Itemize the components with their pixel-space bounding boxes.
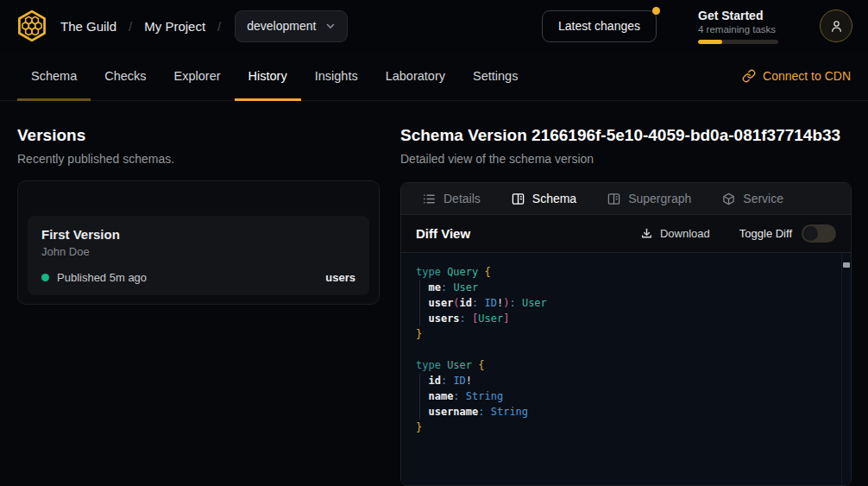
version-status: Published 5m ago <box>57 271 147 284</box>
nav-tab-schema[interactable]: Schema <box>17 52 91 100</box>
connect-to-cdn-label: Connect to CDN <box>763 69 851 83</box>
get-started-progress-bar <box>698 40 778 44</box>
chevron-down-icon <box>325 21 336 31</box>
connect-to-cdn-link[interactable]: Connect to CDN <box>742 69 851 83</box>
scrollbar-thumb[interactable] <box>843 262 850 268</box>
published-status-dot <box>41 274 49 281</box>
nav-tab-settings[interactable]: Settings <box>459 52 531 100</box>
tab-service-label: Service <box>743 192 783 205</box>
breadcrumb-separator: / <box>217 19 221 34</box>
environment-select[interactable]: development <box>235 10 348 42</box>
version-author: John Doe <box>41 245 355 258</box>
versions-title: Versions <box>17 126 380 145</box>
breadcrumb-separator: / <box>129 19 132 34</box>
version-list-item[interactable]: First Version John Doe Published 5m ago … <box>28 216 369 295</box>
breadcrumb-org[interactable]: The Guild <box>60 19 116 34</box>
tab-schema-label: Schema <box>532 192 576 205</box>
latest-changes-button[interactable]: Latest changes <box>542 10 657 42</box>
version-detail-card: Details Schema Supergraph <box>400 182 852 486</box>
download-icon <box>640 227 653 240</box>
main-content: Versions Recently published schemas. Fir… <box>0 101 868 486</box>
environment-select-value: development <box>247 19 316 33</box>
code-lines: type Query { me: User user(id: ID!): Use… <box>416 264 830 435</box>
download-button[interactable]: Download <box>640 227 710 240</box>
nav-tab-explorer[interactable]: Explorer <box>160 52 235 100</box>
diff-view-toolbar: Diff View Download Toggle Diff <box>401 215 851 252</box>
hive-logo-icon[interactable] <box>16 9 48 42</box>
notification-dot <box>652 7 660 15</box>
diff-view-title: Diff View <box>416 226 470 241</box>
toggle-diff-switch[interactable] <box>802 224 836 243</box>
versions-list-card: First Version John Doe Published 5m ago … <box>17 180 380 305</box>
service-badge: users <box>325 271 355 284</box>
version-name: First Version <box>41 227 355 242</box>
toggle-diff-label: Toggle Diff <box>739 227 792 240</box>
user-avatar[interactable] <box>820 9 852 42</box>
tab-supergraph-label: Supergraph <box>628 192 691 205</box>
tab-supergraph[interactable]: Supergraph <box>607 192 691 205</box>
person-icon <box>829 19 844 34</box>
get-started-progress-fill <box>698 40 722 44</box>
sdl-code-viewer[interactable]: type Query { me: User user(id: ID!): Use… <box>401 252 851 485</box>
columns-icon <box>512 193 525 205</box>
detail-tabstrip: Details Schema Supergraph <box>401 183 851 215</box>
breadcrumb-project[interactable]: My Project <box>144 19 205 34</box>
get-started-subtitle: 4 remaining tasks <box>698 24 778 35</box>
nav-tab-history[interactable]: History <box>235 52 301 100</box>
version-detail-panel: Schema Version 2166196f-5e10-4059-bd0a-0… <box>400 101 852 486</box>
version-detail-title: Schema Version 2166196f-5e10-4059-bd0a-0… <box>400 126 852 145</box>
get-started-widget[interactable]: Get Started 4 remaining tasks <box>698 9 778 44</box>
versions-panel: Versions Recently published schemas. Fir… <box>17 101 380 486</box>
toggle-knob <box>803 226 818 241</box>
nav-tab-checks[interactable]: Checks <box>91 52 160 100</box>
nav-tab-laboratory[interactable]: Laboratory <box>372 52 459 100</box>
list-icon <box>423 193 436 205</box>
tab-details-label: Details <box>443 192 481 205</box>
get-started-title: Get Started <box>698 9 778 22</box>
version-detail-subtitle: Detailed view of the schema version <box>400 152 852 166</box>
download-label: Download <box>660 227 710 240</box>
tab-details[interactable]: Details <box>423 192 481 205</box>
scrollbar-track <box>841 253 842 485</box>
nav-tab-insights[interactable]: Insights <box>301 52 372 100</box>
columns-icon <box>607 193 620 205</box>
versions-subtitle: Recently published schemas. <box>17 152 380 166</box>
target-nav: Schema Checks Explorer History Insights … <box>0 52 868 101</box>
link-icon <box>742 69 756 83</box>
top-header: The Guild / My Project / development Lat… <box>0 0 868 52</box>
cube-icon <box>722 193 735 205</box>
tab-schema[interactable]: Schema <box>512 192 576 205</box>
tab-service[interactable]: Service <box>722 192 783 205</box>
